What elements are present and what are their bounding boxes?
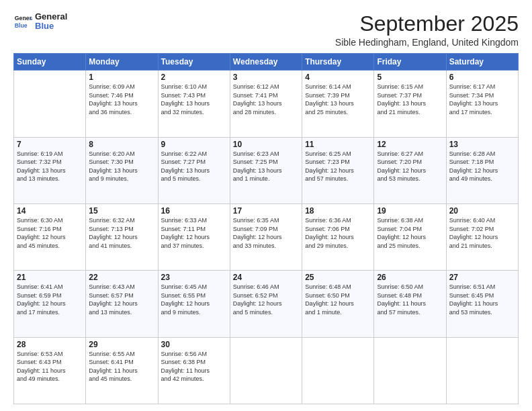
- day-info: Sunrise: 6:53 AM Sunset: 6:43 PM Dayligh…: [17, 350, 83, 383]
- calendar-cell: [302, 337, 374, 404]
- calendar-cell: 27Sunrise: 6:51 AM Sunset: 6:45 PM Dayli…: [446, 271, 518, 337]
- calendar-cell: 26Sunrise: 6:50 AM Sunset: 6:48 PM Dayli…: [374, 271, 446, 337]
- day-info: Sunrise: 6:25 AM Sunset: 7:23 PM Dayligh…: [305, 150, 371, 183]
- logo: General Blue General Blue: [13, 12, 67, 32]
- day-number: 4: [305, 73, 371, 82]
- day-number: 26: [377, 273, 443, 282]
- day-number: 27: [449, 273, 515, 282]
- day-number: 6: [449, 73, 515, 82]
- day-info: Sunrise: 6:46 AM Sunset: 6:52 PM Dayligh…: [233, 283, 299, 316]
- calendar-week-2: 7Sunrise: 6:19 AM Sunset: 7:32 PM Daylig…: [14, 137, 519, 203]
- day-number: 21: [17, 273, 83, 282]
- col-wednesday: Wednesday: [230, 54, 302, 71]
- calendar-table: Sunday Monday Tuesday Wednesday Thursday…: [13, 53, 519, 404]
- calendar-cell: 3Sunrise: 6:12 AM Sunset: 7:41 PM Daylig…: [230, 71, 302, 137]
- day-info: Sunrise: 6:30 AM Sunset: 7:16 PM Dayligh…: [17, 216, 83, 250]
- day-number: 10: [233, 140, 299, 149]
- col-friday: Friday: [374, 54, 446, 71]
- day-info: Sunrise: 6:28 AM Sunset: 7:18 PM Dayligh…: [449, 150, 515, 183]
- calendar-cell: 21Sunrise: 6:41 AM Sunset: 6:59 PM Dayli…: [14, 271, 86, 337]
- day-info: Sunrise: 6:43 AM Sunset: 6:57 PM Dayligh…: [89, 283, 154, 316]
- logo-line1: General: [35, 12, 67, 21]
- svg-text:General: General: [15, 15, 32, 22]
- day-number: 29: [89, 340, 154, 349]
- calendar-cell: 11Sunrise: 6:25 AM Sunset: 7:23 PM Dayli…: [302, 137, 374, 203]
- day-info: Sunrise: 6:15 AM Sunset: 7:37 PM Dayligh…: [377, 83, 443, 116]
- day-number: 19: [377, 206, 443, 216]
- day-number: 3: [233, 73, 299, 82]
- calendar-cell: 24Sunrise: 6:46 AM Sunset: 6:52 PM Dayli…: [230, 271, 302, 337]
- calendar-week-5: 28Sunrise: 6:53 AM Sunset: 6:43 PM Dayli…: [14, 337, 519, 404]
- calendar-cell: 4Sunrise: 6:14 AM Sunset: 7:39 PM Daylig…: [302, 71, 374, 137]
- calendar-cell: [230, 337, 302, 404]
- calendar-cell: 10Sunrise: 6:23 AM Sunset: 7:25 PM Dayli…: [230, 137, 302, 203]
- calendar-cell: 25Sunrise: 6:48 AM Sunset: 6:50 PM Dayli…: [302, 271, 374, 337]
- day-number: 7: [17, 140, 83, 149]
- day-number: 1: [89, 73, 154, 82]
- page: General Blue General Blue September 2025…: [0, 0, 532, 411]
- day-info: Sunrise: 6:35 AM Sunset: 7:09 PM Dayligh…: [233, 216, 299, 250]
- calendar-cell: 6Sunrise: 6:17 AM Sunset: 7:34 PM Daylig…: [446, 71, 518, 137]
- day-info: Sunrise: 6:22 AM Sunset: 7:27 PM Dayligh…: [161, 150, 227, 183]
- logo-icon: General Blue: [13, 12, 32, 31]
- col-sunday: Sunday: [14, 54, 86, 71]
- day-number: 22: [89, 273, 154, 282]
- day-number: 12: [377, 140, 443, 149]
- day-info: Sunrise: 6:48 AM Sunset: 6:50 PM Dayligh…: [305, 283, 371, 316]
- title-block: September 2025 Sible Hedingham, England,…: [335, 12, 519, 48]
- day-info: Sunrise: 6:27 AM Sunset: 7:20 PM Dayligh…: [377, 150, 443, 183]
- calendar-cell: 18Sunrise: 6:36 AM Sunset: 7:06 PM Dayli…: [302, 203, 374, 270]
- calendar-cell: [14, 71, 86, 137]
- calendar-week-1: 1Sunrise: 6:09 AM Sunset: 7:46 PM Daylig…: [14, 71, 519, 137]
- day-number: 16: [161, 206, 227, 216]
- day-info: Sunrise: 6:51 AM Sunset: 6:45 PM Dayligh…: [449, 283, 515, 316]
- day-number: 18: [305, 206, 371, 216]
- day-info: Sunrise: 6:09 AM Sunset: 7:46 PM Dayligh…: [89, 83, 154, 116]
- day-info: Sunrise: 6:55 AM Sunset: 6:41 PM Dayligh…: [89, 350, 154, 383]
- day-info: Sunrise: 6:12 AM Sunset: 7:41 PM Dayligh…: [233, 83, 299, 116]
- calendar-week-4: 21Sunrise: 6:41 AM Sunset: 6:59 PM Dayli…: [14, 271, 519, 337]
- day-number: 13: [449, 140, 515, 149]
- calendar-cell: 5Sunrise: 6:15 AM Sunset: 7:37 PM Daylig…: [374, 71, 446, 137]
- day-info: Sunrise: 6:41 AM Sunset: 6:59 PM Dayligh…: [17, 283, 83, 316]
- day-number: 15: [89, 206, 154, 216]
- day-info: Sunrise: 6:17 AM Sunset: 7:34 PM Dayligh…: [449, 83, 515, 116]
- calendar-cell: 19Sunrise: 6:38 AM Sunset: 7:04 PM Dayli…: [374, 203, 446, 270]
- day-number: 2: [161, 73, 227, 82]
- day-number: 24: [233, 273, 299, 282]
- day-info: Sunrise: 6:23 AM Sunset: 7:25 PM Dayligh…: [233, 150, 299, 183]
- day-info: Sunrise: 6:19 AM Sunset: 7:32 PM Dayligh…: [17, 150, 83, 183]
- calendar-cell: 13Sunrise: 6:28 AM Sunset: 7:18 PM Dayli…: [446, 137, 518, 203]
- calendar-cell: 30Sunrise: 6:56 AM Sunset: 6:38 PM Dayli…: [158, 337, 230, 404]
- calendar-cell: 17Sunrise: 6:35 AM Sunset: 7:09 PM Dayli…: [230, 203, 302, 270]
- day-info: Sunrise: 6:10 AM Sunset: 7:43 PM Dayligh…: [161, 83, 227, 116]
- calendar-cell: 23Sunrise: 6:45 AM Sunset: 6:55 PM Dayli…: [158, 271, 230, 337]
- day-number: 28: [17, 340, 83, 349]
- day-info: Sunrise: 6:50 AM Sunset: 6:48 PM Dayligh…: [377, 283, 443, 316]
- calendar-cell: 15Sunrise: 6:32 AM Sunset: 7:13 PM Dayli…: [86, 203, 158, 270]
- day-info: Sunrise: 6:56 AM Sunset: 6:38 PM Dayligh…: [161, 350, 227, 383]
- col-tuesday: Tuesday: [158, 54, 230, 71]
- calendar-cell: 14Sunrise: 6:30 AM Sunset: 7:16 PM Dayli…: [14, 203, 86, 270]
- calendar-cell: 12Sunrise: 6:27 AM Sunset: 7:20 PM Dayli…: [374, 137, 446, 203]
- col-monday: Monday: [86, 54, 158, 71]
- day-info: Sunrise: 6:45 AM Sunset: 6:55 PM Dayligh…: [161, 283, 227, 316]
- calendar-week-3: 14Sunrise: 6:30 AM Sunset: 7:16 PM Dayli…: [14, 203, 519, 270]
- calendar-cell: 28Sunrise: 6:53 AM Sunset: 6:43 PM Dayli…: [14, 337, 86, 404]
- day-number: 30: [161, 340, 227, 349]
- calendar-cell: 1Sunrise: 6:09 AM Sunset: 7:46 PM Daylig…: [86, 71, 158, 137]
- calendar-cell: 7Sunrise: 6:19 AM Sunset: 7:32 PM Daylig…: [14, 137, 86, 203]
- calendar-cell: 16Sunrise: 6:33 AM Sunset: 7:11 PM Dayli…: [158, 203, 230, 270]
- day-info: Sunrise: 6:33 AM Sunset: 7:11 PM Dayligh…: [161, 216, 227, 250]
- logo-line2: Blue: [35, 21, 67, 31]
- calendar-cell: 2Sunrise: 6:10 AM Sunset: 7:43 PM Daylig…: [158, 71, 230, 137]
- day-info: Sunrise: 6:38 AM Sunset: 7:04 PM Dayligh…: [377, 216, 443, 250]
- svg-text:Blue: Blue: [15, 22, 28, 29]
- calendar-cell: [446, 337, 518, 404]
- day-number: 8: [89, 140, 154, 149]
- header: General Blue General Blue September 2025…: [13, 12, 519, 48]
- day-number: 11: [305, 140, 371, 149]
- location: Sible Hedingham, England, United Kingdom: [335, 37, 519, 48]
- day-info: Sunrise: 6:20 AM Sunset: 7:30 PM Dayligh…: [89, 150, 154, 183]
- day-number: 9: [161, 140, 227, 149]
